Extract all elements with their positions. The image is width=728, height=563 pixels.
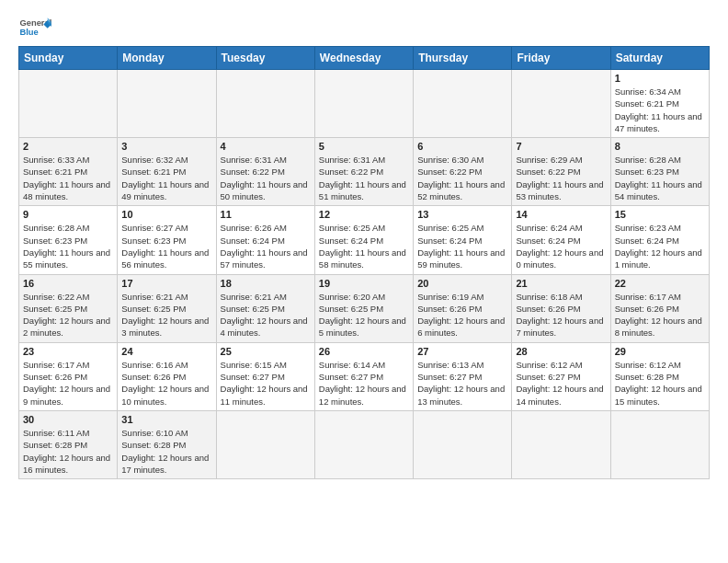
calendar-cell: 20Sunrise: 6:19 AMSunset: 6:26 PMDayligh…: [414, 274, 512, 342]
calendar-cell: [610, 410, 709, 478]
logo: General Blue: [18, 15, 51, 40]
day-info: Sunrise: 6:33 AMSunset: 6:21 PMDaylight:…: [23, 154, 113, 202]
day-info: Sunrise: 6:10 AMSunset: 6:28 PMDaylight:…: [121, 427, 211, 476]
column-header-thursday: Thursday: [414, 47, 512, 70]
column-header-tuesday: Tuesday: [216, 47, 314, 70]
day-info: Sunrise: 6:13 AMSunset: 6:27 PMDaylight:…: [417, 359, 507, 408]
column-header-wednesday: Wednesday: [314, 47, 413, 70]
calendar-cell: 21Sunrise: 6:18 AMSunset: 6:26 PMDayligh…: [512, 274, 610, 342]
day-number: 13: [417, 209, 507, 220]
day-info: Sunrise: 6:24 AMSunset: 6:24 PMDaylight:…: [516, 222, 606, 270]
calendar-cell: 22Sunrise: 6:17 AMSunset: 6:26 PMDayligh…: [610, 274, 709, 342]
calendar-cell: 19Sunrise: 6:20 AMSunset: 6:25 PMDayligh…: [314, 274, 413, 342]
day-number: 5: [319, 141, 409, 152]
calendar-cell: 30Sunrise: 6:11 AMSunset: 6:28 PMDayligh…: [19, 410, 118, 478]
day-number: 15: [615, 209, 705, 220]
calendar-cell: 26Sunrise: 6:14 AMSunset: 6:27 PMDayligh…: [314, 342, 413, 410]
calendar-cell: 6Sunrise: 6:30 AMSunset: 6:22 PMDaylight…: [414, 138, 512, 206]
day-number: 23: [23, 346, 113, 357]
day-info: Sunrise: 6:18 AMSunset: 6:26 PMDaylight:…: [516, 291, 606, 339]
day-number: 27: [417, 346, 507, 357]
calendar-cell: [414, 70, 512, 138]
day-info: Sunrise: 6:23 AMSunset: 6:24 PMDaylight:…: [615, 222, 705, 270]
day-number: 25: [221, 346, 311, 357]
calendar-week-6: 30Sunrise: 6:11 AMSunset: 6:28 PMDayligh…: [19, 410, 710, 478]
day-info: Sunrise: 6:16 AMSunset: 6:26 PMDaylight:…: [121, 359, 211, 408]
day-number: 17: [121, 278, 211, 289]
day-headers-row: SundayMondayTuesdayWednesdayThursdayFrid…: [19, 47, 710, 70]
column-header-friday: Friday: [512, 47, 610, 70]
calendar-cell: 5Sunrise: 6:31 AMSunset: 6:22 PMDaylight…: [314, 138, 413, 206]
calendar-week-1: 1Sunrise: 6:34 AMSunset: 6:21 PMDaylight…: [19, 70, 710, 138]
calendar-cell: 3Sunrise: 6:32 AMSunset: 6:21 PMDaylight…: [118, 138, 216, 206]
day-number: 21: [516, 278, 606, 289]
day-number: 19: [319, 278, 409, 289]
day-number: 31: [121, 414, 211, 425]
calendar-cell: 16Sunrise: 6:22 AMSunset: 6:25 PMDayligh…: [19, 274, 118, 342]
day-number: 22: [615, 278, 705, 289]
calendar-cell: [216, 70, 314, 138]
column-header-saturday: Saturday: [610, 47, 709, 70]
day-number: 10: [121, 209, 211, 220]
day-info: Sunrise: 6:19 AMSunset: 6:26 PMDaylight:…: [417, 291, 507, 339]
day-info: Sunrise: 6:26 AMSunset: 6:24 PMDaylight:…: [221, 222, 311, 270]
day-info: Sunrise: 6:27 AMSunset: 6:23 PMDaylight:…: [121, 222, 211, 270]
calendar-cell: 27Sunrise: 6:13 AMSunset: 6:27 PMDayligh…: [414, 342, 512, 410]
calendar-cell: [118, 70, 216, 138]
day-number: 9: [23, 209, 113, 220]
day-number: 4: [221, 141, 311, 152]
day-number: 16: [23, 278, 113, 289]
day-number: 11: [221, 209, 311, 220]
day-info: Sunrise: 6:28 AMSunset: 6:23 PMDaylight:…: [23, 222, 113, 270]
day-info: Sunrise: 6:34 AMSunset: 6:21 PMDaylight:…: [615, 86, 705, 134]
logo-icon: General Blue: [18, 15, 51, 40]
calendar-cell: [512, 410, 610, 478]
day-number: 24: [121, 346, 211, 357]
calendar-cell: 29Sunrise: 6:12 AMSunset: 6:28 PMDayligh…: [610, 342, 709, 410]
calendar-cell: 13Sunrise: 6:25 AMSunset: 6:24 PMDayligh…: [414, 206, 512, 274]
day-number: 12: [319, 209, 409, 220]
calendar-cell: 17Sunrise: 6:21 AMSunset: 6:25 PMDayligh…: [118, 274, 216, 342]
calendar-cell: [414, 410, 512, 478]
day-info: Sunrise: 6:25 AMSunset: 6:24 PMDaylight:…: [319, 222, 409, 270]
calendar-week-2: 2Sunrise: 6:33 AMSunset: 6:21 PMDaylight…: [19, 138, 710, 206]
day-info: Sunrise: 6:17 AMSunset: 6:26 PMDaylight:…: [615, 291, 705, 339]
calendar-cell: 28Sunrise: 6:12 AMSunset: 6:27 PMDayligh…: [512, 342, 610, 410]
calendar-cell: 10Sunrise: 6:27 AMSunset: 6:23 PMDayligh…: [118, 206, 216, 274]
calendar-cell: 11Sunrise: 6:26 AMSunset: 6:24 PMDayligh…: [216, 206, 314, 274]
day-info: Sunrise: 6:15 AMSunset: 6:27 PMDaylight:…: [221, 359, 311, 408]
day-info: Sunrise: 6:28 AMSunset: 6:23 PMDaylight:…: [615, 154, 705, 202]
day-number: 14: [516, 209, 606, 220]
day-number: 6: [417, 141, 507, 152]
day-number: 18: [221, 278, 311, 289]
svg-text:Blue: Blue: [19, 28, 38, 37]
calendar-cell: 7Sunrise: 6:29 AMSunset: 6:22 PMDaylight…: [512, 138, 610, 206]
day-info: Sunrise: 6:21 AMSunset: 6:25 PMDaylight:…: [221, 291, 311, 339]
day-number: 29: [615, 346, 705, 357]
day-number: 1: [615, 73, 705, 84]
calendar-cell: 15Sunrise: 6:23 AMSunset: 6:24 PMDayligh…: [610, 206, 709, 274]
page-header: General Blue: [18, 15, 710, 40]
day-info: Sunrise: 6:20 AMSunset: 6:25 PMDaylight:…: [319, 291, 409, 339]
calendar-cell: [216, 410, 314, 478]
day-info: Sunrise: 6:31 AMSunset: 6:22 PMDaylight:…: [319, 154, 409, 202]
calendar-cell: 24Sunrise: 6:16 AMSunset: 6:26 PMDayligh…: [118, 342, 216, 410]
day-info: Sunrise: 6:29 AMSunset: 6:22 PMDaylight:…: [516, 154, 606, 202]
day-info: Sunrise: 6:31 AMSunset: 6:22 PMDaylight:…: [221, 154, 311, 202]
calendar-cell: [314, 410, 413, 478]
calendar-body: 1Sunrise: 6:34 AMSunset: 6:21 PMDaylight…: [19, 70, 710, 479]
column-header-sunday: Sunday: [19, 47, 118, 70]
calendar-cell: 9Sunrise: 6:28 AMSunset: 6:23 PMDaylight…: [19, 206, 118, 274]
day-info: Sunrise: 6:12 AMSunset: 6:27 PMDaylight:…: [516, 359, 606, 408]
day-number: 3: [121, 141, 211, 152]
day-info: Sunrise: 6:32 AMSunset: 6:21 PMDaylight:…: [121, 154, 211, 202]
calendar-header: SundayMondayTuesdayWednesdayThursdayFrid…: [19, 47, 710, 70]
calendar-cell: 25Sunrise: 6:15 AMSunset: 6:27 PMDayligh…: [216, 342, 314, 410]
calendar-week-5: 23Sunrise: 6:17 AMSunset: 6:26 PMDayligh…: [19, 342, 710, 410]
calendar-week-4: 16Sunrise: 6:22 AMSunset: 6:25 PMDayligh…: [19, 274, 710, 342]
day-info: Sunrise: 6:25 AMSunset: 6:24 PMDaylight:…: [417, 222, 507, 270]
day-number: 20: [417, 278, 507, 289]
column-header-monday: Monday: [118, 47, 216, 70]
day-info: Sunrise: 6:14 AMSunset: 6:27 PMDaylight:…: [319, 359, 409, 408]
day-info: Sunrise: 6:11 AMSunset: 6:28 PMDaylight:…: [23, 427, 113, 476]
